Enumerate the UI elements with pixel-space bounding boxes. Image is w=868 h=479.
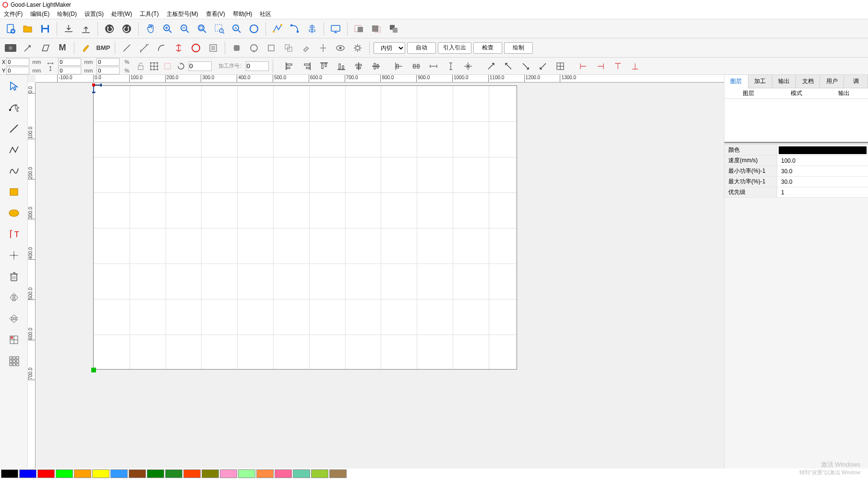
bmp-button[interactable]: BMP [96,40,111,56]
node-edit-button[interactable] [287,21,302,36]
h-input[interactable] [58,67,81,74]
tab-process[interactable]: 加工 [748,75,772,88]
color-swatch[interactable] [74,469,91,478]
path-optimize-button[interactable] [270,21,285,36]
align-hcenter-button[interactable] [351,59,366,74]
skew-tool-button[interactable] [37,40,53,56]
camera-button[interactable] [3,40,18,56]
redo-button[interactable] [119,21,134,36]
point-tool[interactable] [4,247,24,264]
color-swatch[interactable] [275,469,292,478]
text-m-button[interactable]: M [55,40,70,56]
spacing-left-button[interactable] [576,59,591,74]
rectangle-tool[interactable] [4,183,24,201]
scalex-input[interactable] [96,58,120,66]
layer-list[interactable] [724,99,868,142]
save-file-button[interactable] [37,21,53,36]
w-input[interactable] [58,58,81,66]
line-tool2-button[interactable] [119,40,134,56]
color-swatch[interactable] [220,469,237,478]
cut-mode-select[interactable]: 内切 [374,42,405,54]
line-tool[interactable] [4,120,24,137]
dist-hcenter-button[interactable] [409,59,424,74]
x-input[interactable] [6,58,29,66]
color-swatch[interactable] [110,469,128,478]
menu-settings[interactable]: 设置(S) [83,10,106,18]
dist-left-button[interactable] [391,59,407,74]
align-left-button[interactable] [282,59,297,74]
color-swatch[interactable] [165,469,182,478]
scaley-input[interactable] [96,67,120,74]
menu-draw[interactable]: 绘制(D) [55,10,79,18]
node-tool[interactable] [4,99,24,116]
ellipse-tool[interactable] [4,204,24,222]
list-button[interactable] [205,40,221,56]
rotation-input[interactable] [189,61,212,71]
snap-button[interactable] [171,40,186,56]
undo-button[interactable] [102,21,117,36]
circle-tool-button[interactable] [188,40,204,56]
anchor-grid-icon[interactable] [148,60,160,72]
menu-edit[interactable]: 编辑(E) [28,10,51,18]
prop-color-value[interactable] [779,146,867,154]
crop-button[interactable] [264,40,279,56]
fill-circle-button[interactable] [246,40,262,56]
zoom-selection-button[interactable] [212,21,227,36]
corner-br-button[interactable] [535,59,551,74]
menu-help[interactable]: 帮助(H) [231,10,254,18]
visibility-button[interactable] [333,40,348,56]
prop-priority-value[interactable]: 1 [777,189,868,196]
align-vcenter-button[interactable] [368,59,384,74]
prop-minpow-value[interactable]: 30.0 [777,168,868,175]
fill-rect-button[interactable] [229,40,244,56]
dist-center-button[interactable] [460,59,476,74]
color-swatch[interactable] [329,469,347,478]
pan-button[interactable] [143,21,158,36]
color-swatch[interactable] [238,469,255,478]
prop-speed-value[interactable]: 100.0 [777,157,868,164]
import-export-button[interactable]: 引入引出 [438,42,471,54]
selection-icon[interactable] [162,60,173,72]
group1-button[interactable] [351,21,367,36]
delete-tool[interactable] [4,268,24,285]
zoom-in-button[interactable] [160,21,175,36]
tab-user[interactable]: 用户 [820,75,844,88]
corner-tr-button[interactable] [501,59,516,74]
dimension-button[interactable] [136,40,152,56]
color-swatch[interactable] [129,469,146,478]
mirror-h-tool[interactable] [4,289,24,306]
color-swatch[interactable] [19,469,36,478]
mirror-v-tool[interactable] [4,310,24,327]
prop-maxpow-value[interactable]: 30.0 [777,179,868,185]
color-swatch[interactable] [202,469,219,478]
corner-bl-button[interactable] [518,59,533,74]
align-right-button[interactable] [299,59,314,74]
corner-tl-button[interactable] [483,59,499,74]
open-file-button[interactable] [20,21,36,36]
polyline-tool[interactable] [4,141,24,158]
color-swatch[interactable] [1,469,18,478]
auto-button[interactable]: 自动 [407,42,436,54]
spacing-bottom-button[interactable] [627,59,643,74]
curve-tool[interactable] [4,162,24,180]
align-vertical-button[interactable] [304,21,320,36]
text-tool[interactable]: T [4,226,24,243]
check-button[interactable]: 检查 [473,42,502,54]
zoom-out-button[interactable] [177,21,193,36]
y-input[interactable] [6,67,29,74]
menu-board[interactable]: 主板型号(M) [165,10,200,18]
brush-button[interactable] [78,40,94,56]
group2-button[interactable] [369,21,384,36]
menu-file[interactable]: 文件(F) [2,10,24,18]
new-file-button[interactable] [3,21,18,36]
dist-width-button[interactable] [426,59,441,74]
color-swatch[interactable] [56,469,73,478]
sequence-input[interactable] [246,61,269,71]
tab-document[interactable]: 文档 [796,75,820,88]
color-swatch[interactable] [183,469,201,478]
rotate-icon[interactable] [175,60,187,72]
arrow-tool-button[interactable] [20,40,36,56]
color-swatch[interactable] [92,469,109,478]
arc-tool-button[interactable] [154,40,169,56]
zoom-all-button[interactable]: A [229,21,244,36]
